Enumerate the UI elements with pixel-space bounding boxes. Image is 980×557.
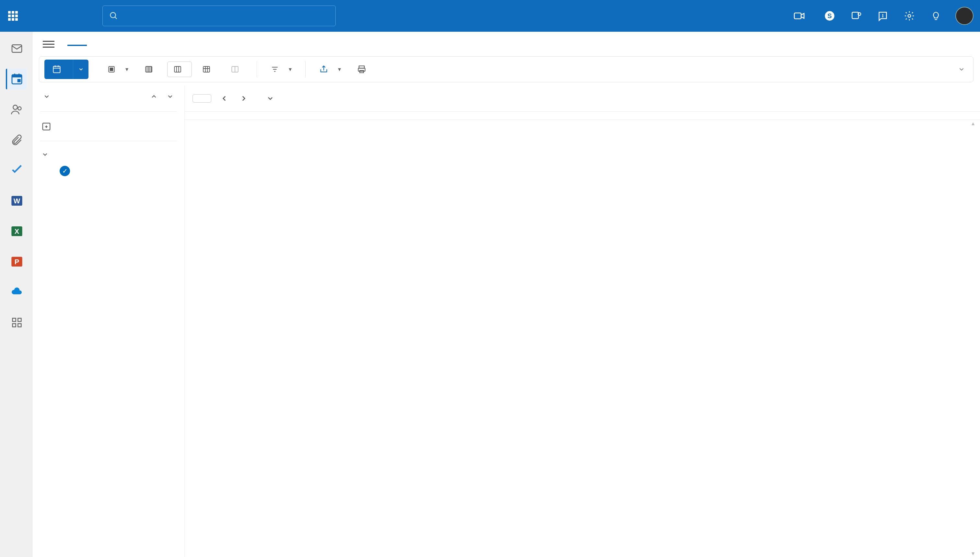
new-event-dropdown[interactable] xyxy=(73,60,88,79)
show-all-button[interactable] xyxy=(40,180,176,188)
svg-text:S: S xyxy=(827,12,831,20)
chevron-down-icon xyxy=(41,151,49,158)
rail-powerpoint[interactable]: P xyxy=(6,251,26,272)
svg-text:X: X xyxy=(14,227,19,235)
svg-rect-27 xyxy=(54,67,60,73)
week-icon xyxy=(173,65,182,73)
month-icon xyxy=(202,65,211,73)
rail-todo[interactable] xyxy=(6,160,26,181)
rail-word[interactable]: W xyxy=(6,191,26,211)
menu-help[interactable] xyxy=(106,37,126,46)
svg-rect-9 xyxy=(12,45,22,52)
print-icon xyxy=(357,65,366,74)
scroll-down-icon[interactable]: ▾ xyxy=(972,550,979,557)
rail-files[interactable] xyxy=(6,130,26,150)
svg-rect-25 xyxy=(12,324,16,327)
calendar-item[interactable] xyxy=(40,162,176,180)
account-avatar[interactable] xyxy=(956,7,973,25)
svg-point-0 xyxy=(111,13,116,18)
svg-rect-32 xyxy=(203,67,210,72)
toolbar: ▾ xyxy=(39,56,973,82)
rail-people[interactable] xyxy=(6,99,26,120)
title-bar: S xyxy=(0,0,980,32)
menu-bar xyxy=(33,32,980,56)
menu-home[interactable] xyxy=(67,37,87,46)
menu-view[interactable] xyxy=(87,37,106,46)
chevron-down-icon: ▾ xyxy=(126,66,128,73)
svg-line-1 xyxy=(115,17,117,19)
svg-rect-11 xyxy=(12,75,22,77)
skype-icon[interactable]: S xyxy=(823,9,837,23)
add-calendar-icon xyxy=(41,121,51,131)
notifications-icon[interactable] xyxy=(875,9,890,23)
print-button[interactable] xyxy=(351,62,376,77)
video-icon xyxy=(793,10,805,22)
workweek-icon xyxy=(145,65,153,73)
calendar-checkbox[interactable] xyxy=(60,166,70,176)
chevron-down-icon: ▾ xyxy=(289,66,292,73)
svg-rect-24 xyxy=(18,318,21,322)
svg-rect-2 xyxy=(794,13,801,19)
new-event-button[interactable] xyxy=(44,60,73,79)
next-week-button[interactable] xyxy=(237,92,250,105)
toolbar-separator xyxy=(305,61,305,77)
share-button[interactable]: ▾ xyxy=(314,62,347,77)
svg-rect-5 xyxy=(852,12,859,19)
split-icon xyxy=(231,65,239,73)
view-week-button[interactable] xyxy=(167,62,192,77)
day-icon xyxy=(107,65,116,73)
svg-text:W: W xyxy=(13,197,20,205)
toolbar-separator xyxy=(256,61,257,77)
calendar-grid[interactable]: ▴▾ xyxy=(185,120,980,557)
svg-rect-14 xyxy=(17,79,20,82)
svg-rect-23 xyxy=(12,318,16,322)
sidebar-collapse-icon[interactable] xyxy=(40,90,53,103)
rail-calendar[interactable] xyxy=(6,68,26,90)
chevron-down-icon xyxy=(266,94,274,102)
view-month-button[interactable] xyxy=(196,62,220,77)
svg-rect-29 xyxy=(110,68,113,71)
mini-prev-month[interactable] xyxy=(147,90,160,103)
today-button[interactable] xyxy=(193,94,211,103)
date-range-title[interactable] xyxy=(261,94,274,102)
search-input[interactable] xyxy=(124,11,329,21)
calendar-sidebar xyxy=(33,85,185,557)
rail-mail[interactable] xyxy=(6,38,26,59)
svg-point-6 xyxy=(858,13,861,16)
teams-icon[interactable] xyxy=(849,9,863,23)
scroll-up-icon[interactable]: ▴ xyxy=(972,120,979,127)
rail-onedrive[interactable] xyxy=(6,282,26,303)
svg-rect-34 xyxy=(359,66,364,68)
scrollbar[interactable]: ▴▾ xyxy=(972,120,979,557)
filter-button[interactable]: ▾ xyxy=(265,62,297,77)
settings-icon[interactable] xyxy=(902,9,916,23)
tips-icon[interactable] xyxy=(929,9,943,23)
view-day-button[interactable]: ▾ xyxy=(101,62,134,77)
app-launcher-icon[interactable] xyxy=(7,10,20,22)
calendar-main: ▴▾ xyxy=(185,85,980,557)
svg-rect-13 xyxy=(18,73,20,76)
search-icon xyxy=(109,11,118,20)
svg-point-15 xyxy=(13,105,17,109)
add-calendar-button[interactable] xyxy=(40,117,176,135)
svg-point-8 xyxy=(908,15,911,18)
svg-point-7 xyxy=(882,16,883,17)
split-view-button xyxy=(225,62,249,77)
svg-rect-12 xyxy=(14,73,15,76)
svg-text:P: P xyxy=(14,258,19,266)
day-headers xyxy=(185,111,980,120)
toolbar-overflow-button[interactable] xyxy=(955,63,968,76)
view-workweek-button[interactable] xyxy=(139,62,163,77)
rail-excel[interactable]: X xyxy=(6,221,26,241)
app-rail: W X P xyxy=(0,32,33,557)
mini-next-month[interactable] xyxy=(164,90,176,103)
svg-point-16 xyxy=(18,107,21,110)
my-calendars-header[interactable] xyxy=(40,147,176,162)
prev-week-button[interactable] xyxy=(218,92,231,105)
nav-toggle-icon[interactable] xyxy=(39,37,58,51)
meet-now-button[interactable] xyxy=(793,10,810,22)
svg-rect-26 xyxy=(18,324,21,327)
search-box[interactable] xyxy=(103,5,336,26)
svg-rect-36 xyxy=(360,71,364,73)
rail-more-apps[interactable] xyxy=(6,312,26,333)
